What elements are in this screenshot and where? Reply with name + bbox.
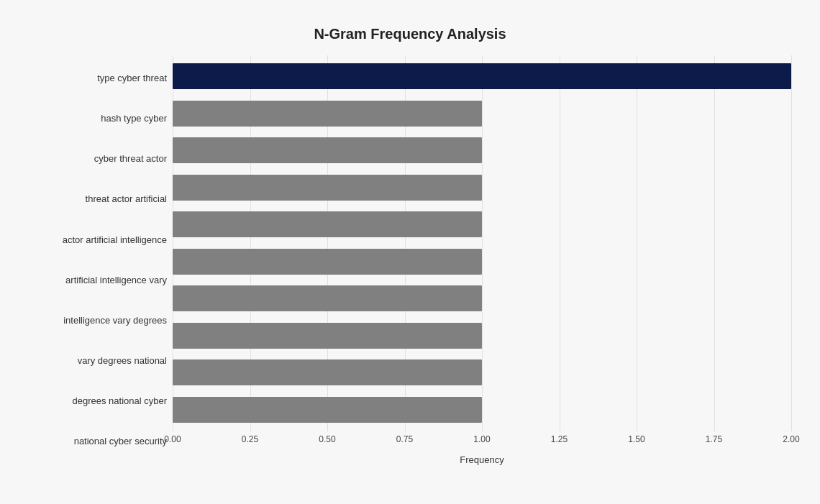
y-label: hash type cyber	[101, 100, 167, 137]
bar	[173, 285, 482, 311]
y-label: type cyber threat	[97, 60, 167, 97]
bar	[173, 175, 482, 201]
bar	[173, 63, 791, 89]
x-tick: 1.25	[551, 434, 568, 444]
bar-row	[173, 58, 791, 96]
chart-container: N-Gram Frequency Analysis type cyber thr…	[14, 12, 806, 493]
y-label: national cyber security	[74, 423, 167, 460]
bars-area	[173, 55, 791, 431]
x-tick: 0.75	[396, 434, 413, 444]
x-tick: 0.50	[319, 434, 335, 444]
y-label: vary degrees national	[78, 342, 167, 380]
bar	[173, 249, 482, 275]
bar-row	[173, 206, 791, 244]
bar	[173, 397, 482, 423]
y-label: artificial intelligence vary	[65, 262, 167, 299]
bar	[173, 101, 482, 127]
bar-row	[173, 280, 791, 318]
x-tick: 2.00	[783, 434, 799, 444]
x-tick: 1.00	[473, 434, 490, 444]
bar	[173, 359, 482, 385]
bar-row	[173, 169, 791, 206]
x-tick: 1.75	[706, 434, 722, 444]
y-label: intelligence vary degrees	[63, 302, 167, 339]
bar-row	[173, 317, 791, 354]
bar	[173, 211, 482, 237]
bar	[173, 137, 482, 163]
bars-column	[173, 55, 791, 431]
bar	[173, 323, 482, 349]
y-axis-labels: type cyber threathash type cybercyber th…	[29, 55, 173, 465]
grid-line	[791, 55, 792, 431]
y-label: cyber threat actor	[94, 140, 167, 178]
bar-row	[173, 354, 791, 392]
x-tick: 0.25	[242, 434, 258, 444]
x-axis: 0.000.250.500.751.001.251.501.752.00	[173, 431, 791, 453]
x-axis-label: Frequency	[173, 454, 791, 465]
bar-row	[173, 132, 791, 170]
bar-row	[173, 391, 791, 429]
bar-row	[173, 243, 791, 280]
chart-area: type cyber threathash type cybercyber th…	[29, 55, 791, 465]
y-label: actor artificial intelligence	[63, 221, 167, 258]
x-tick: 0.00	[164, 434, 181, 444]
bars-and-xaxis: 0.000.250.500.751.001.251.501.752.00 Fre…	[173, 55, 791, 465]
chart-title: N-Gram Frequency Analysis	[29, 26, 791, 42]
x-tick: 1.50	[628, 434, 644, 444]
y-label: degrees national cyber	[72, 382, 167, 420]
bar-row	[173, 95, 791, 132]
y-label: threat actor artificial	[86, 180, 167, 218]
